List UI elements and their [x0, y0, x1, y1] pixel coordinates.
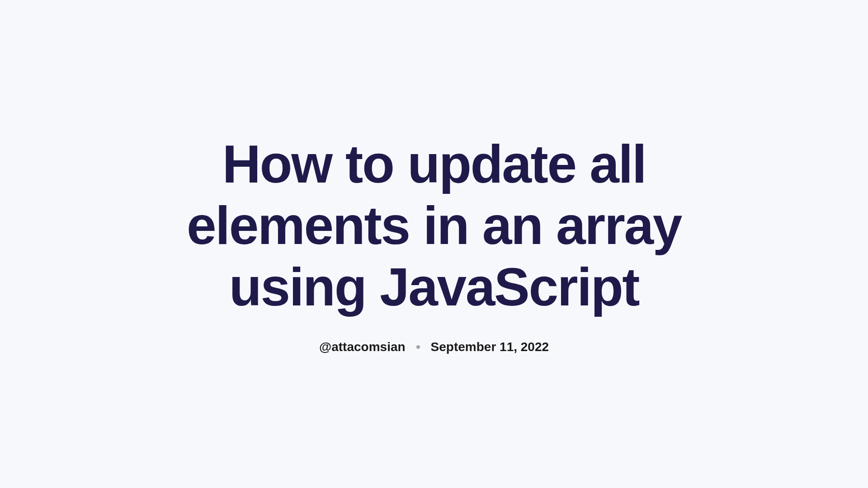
- article-date: September 11, 2022: [431, 340, 549, 354]
- article-meta: @attacomsian September 11, 2022: [181, 340, 687, 354]
- article-header: How to update all elements in an array u…: [163, 134, 705, 354]
- article-author: @attacomsian: [319, 340, 406, 354]
- separator-dot-icon: [416, 345, 420, 349]
- article-title: How to update all elements in an array u…: [181, 134, 687, 318]
